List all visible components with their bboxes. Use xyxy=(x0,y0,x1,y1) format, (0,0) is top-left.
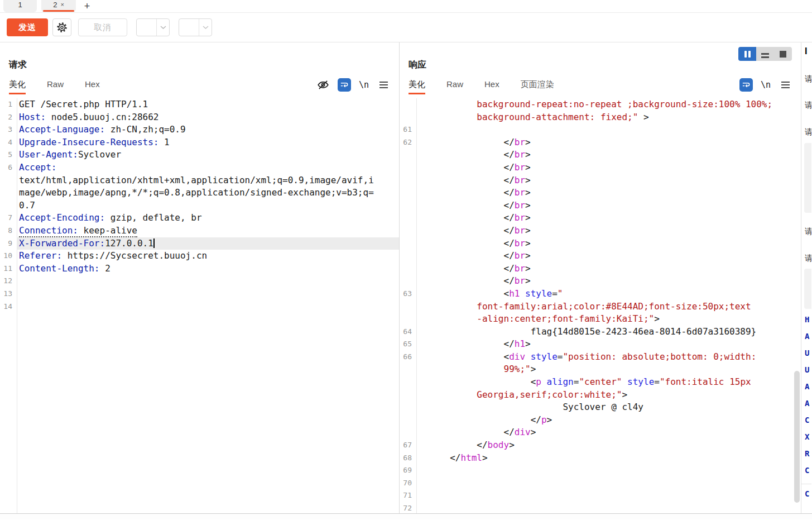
code-line[interactable]: </br> xyxy=(400,161,801,174)
code-line[interactable]: -align:center;font-family:KaiTi;"> xyxy=(400,313,801,326)
inspector-row-fragment: A xyxy=(805,332,809,341)
code-line[interactable]: 3Accept-Language: zh-CN,zh;q=0.9 xyxy=(0,123,399,136)
line-content: X-Forwarded-For:127.0.0.1 xyxy=(17,237,399,250)
code-line[interactable]: 0.7 xyxy=(0,199,399,212)
menu-icon[interactable] xyxy=(779,78,792,92)
code-line[interactable]: 14 xyxy=(0,300,399,313)
code-line[interactable]: 11Content-Length: 2 xyxy=(0,263,399,275)
cancel-button[interactable]: 取消 xyxy=(78,18,127,36)
request-tab-Hex[interactable]: Hex xyxy=(85,79,100,94)
response-tab-页面渲染[interactable]: 页面渲染 xyxy=(521,79,554,94)
code-line[interactable]: </br> xyxy=(400,174,801,187)
line-number xyxy=(400,149,416,161)
line-content xyxy=(416,464,801,477)
eye-off-icon[interactable] xyxy=(316,78,330,92)
code-line[interactable]: text/html,application/xhtml+xml,applicat… xyxy=(0,174,399,187)
code-line[interactable]: 4Upgrade-Insecure-Requests: 1 xyxy=(0,136,399,149)
request-tab-Raw[interactable]: Raw xyxy=(47,79,64,94)
back-button[interactable] xyxy=(137,19,157,36)
code-line[interactable]: 8Connection: keep-alive xyxy=(0,225,399,237)
response-title: 响应 xyxy=(409,59,792,71)
code-line[interactable]: </br> xyxy=(400,237,801,250)
word-wrap-icon[interactable] xyxy=(338,78,351,92)
line-number: 10 xyxy=(0,250,17,263)
code-line[interactable]: 10Referer: https://Sycsecret.buuoj.cn xyxy=(0,250,399,263)
response-tab-Raw[interactable]: Raw xyxy=(446,79,463,94)
stop-button[interactable] xyxy=(774,47,792,61)
word-wrap-icon[interactable] xyxy=(739,78,753,92)
newline-icon[interactable]: \n xyxy=(761,80,771,90)
line-number: 9 xyxy=(0,237,17,250)
code-line[interactable]: </br> xyxy=(400,149,801,161)
code-line[interactable]: </br> xyxy=(400,212,801,225)
line-content xyxy=(416,477,801,490)
code-line[interactable]: background-attachment: fixed;" > xyxy=(400,111,801,124)
newline-icon[interactable]: \n xyxy=(359,80,369,90)
code-line[interactable]: Syclover @ cl4y xyxy=(400,401,801,414)
code-line[interactable]: </br> xyxy=(400,275,801,288)
code-line[interactable]: 67 </body> xyxy=(400,439,801,452)
code-line[interactable]: 13 xyxy=(0,288,399,300)
code-line[interactable]: 66 <div style="position: absolute;bottom… xyxy=(400,351,801,364)
line-content: background-attachment: fixed;" > xyxy=(416,111,801,124)
code-line[interactable]: font-family:arial;color:#8E44AD;font-siz… xyxy=(400,300,801,313)
code-line[interactable]: 1GET /Secret.php HTTP/1.1 xyxy=(0,98,399,111)
code-line[interactable]: </br> xyxy=(400,225,801,237)
code-line[interactable]: 62 </br> xyxy=(400,136,801,149)
code-line[interactable]: 64 flag{14d8015e-2423-46ea-8014-6d07a316… xyxy=(400,326,801,338)
code-line[interactable]: 61 xyxy=(400,123,801,136)
session-tab-1-label: 1 xyxy=(18,1,22,9)
code-line[interactable]: 70 xyxy=(400,477,801,490)
code-line[interactable]: </br> xyxy=(400,263,801,275)
code-line[interactable]: mage/webp,image/apng,*/*;q=0.8,applicati… xyxy=(0,187,399,199)
response-tab-Hex[interactable]: Hex xyxy=(484,79,499,94)
add-tab-button[interactable]: + xyxy=(81,0,93,12)
code-line[interactable]: </div> xyxy=(400,426,801,439)
response-scrollbar-thumb[interactable] xyxy=(794,371,800,503)
code-line[interactable]: 71 xyxy=(400,489,801,502)
code-line[interactable]: 9X-Forwarded-For:127.0.0.1 xyxy=(0,237,399,250)
forward-dropdown-button[interactable] xyxy=(199,19,212,36)
response-tab-美化[interactable]: 美化 xyxy=(409,79,425,94)
pause-button[interactable] xyxy=(738,47,756,61)
request-editor[interactable]: 1GET /Secret.php HTTP/1.12Host: node5.bu… xyxy=(0,98,399,513)
code-line[interactable]: </br> xyxy=(400,250,801,263)
close-tab-icon[interactable]: × xyxy=(60,2,64,8)
code-line[interactable]: 99%;"> xyxy=(400,363,801,376)
line-number: 12 xyxy=(0,275,17,288)
code-line[interactable]: 5User-Agent:Syclover xyxy=(0,149,399,161)
line-content: </br> xyxy=(416,275,801,288)
code-line[interactable]: 63 <h1 style=" xyxy=(400,288,801,300)
inspector-row-fragment: I xyxy=(805,46,807,56)
session-tab-1[interactable]: 1 xyxy=(3,0,37,12)
code-line[interactable]: 72 xyxy=(400,502,801,513)
line-number xyxy=(400,250,416,263)
code-line[interactable]: 7Accept-Encoding: gzip, deflate, br xyxy=(0,212,399,225)
code-line[interactable]: 65 </h1> xyxy=(400,338,801,351)
code-line[interactable]: 12 xyxy=(0,275,399,288)
line-number xyxy=(400,389,416,402)
send-button[interactable]: 发送 xyxy=(7,18,48,36)
line-content: Syclover @ cl4y xyxy=(416,401,801,414)
menu-icon[interactable] xyxy=(377,78,390,92)
code-line[interactable]: background-repeat:no-repeat ;background-… xyxy=(400,98,801,111)
code-line[interactable]: <p align="center" style="font:italic 15p… xyxy=(400,376,801,389)
request-tab-美化[interactable]: 美化 xyxy=(9,79,26,94)
inspector-row-fragment: C xyxy=(805,466,809,475)
code-line[interactable]: 2Host: node5.buuoj.cn:28662 xyxy=(0,111,399,124)
session-tab-2[interactable]: 2 × xyxy=(41,0,76,12)
gear-button[interactable] xyxy=(52,18,71,36)
forward-button[interactable] xyxy=(179,19,199,36)
split-view-button[interactable] xyxy=(756,47,774,61)
code-line[interactable]: </p> xyxy=(400,414,801,427)
line-content: </p> xyxy=(416,414,801,427)
code-line[interactable]: </br> xyxy=(400,199,801,212)
back-dropdown-button[interactable] xyxy=(157,19,169,36)
code-line[interactable]: 68 </html> xyxy=(400,452,801,465)
line-content: </br> xyxy=(416,149,801,161)
code-line[interactable]: Georgia,serif;color:white;"> xyxy=(400,389,801,402)
response-editor[interactable]: background-repeat:no-repeat ;background-… xyxy=(400,98,801,513)
code-line[interactable]: 6Accept: xyxy=(0,161,399,174)
code-line[interactable]: 69 xyxy=(400,464,801,477)
code-line[interactable]: </br> xyxy=(400,187,801,199)
